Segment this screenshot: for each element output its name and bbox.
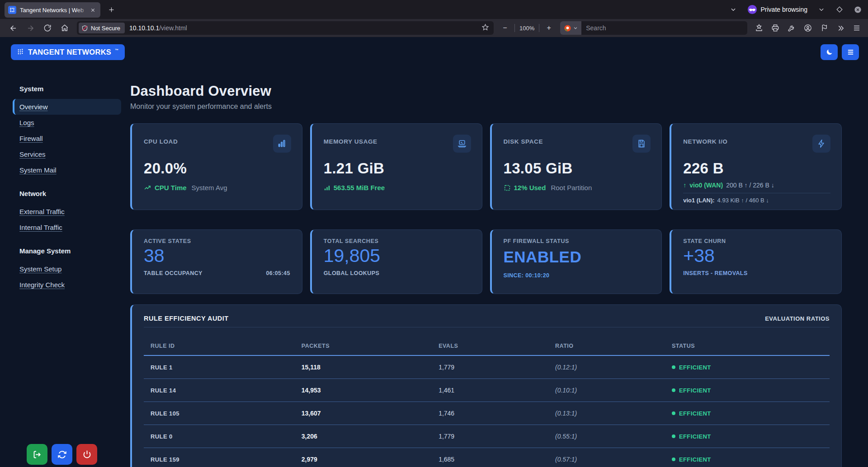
evals-cell: 1,779 — [432, 425, 548, 448]
print-icon[interactable] — [769, 21, 782, 35]
metric-card-footer: INSERTS - REMOVALS — [683, 270, 830, 276]
home-button[interactable] — [57, 21, 72, 35]
logout-button[interactable] — [27, 444, 47, 465]
column-header-packets: PACKETS — [295, 338, 432, 355]
sidebar-item-overview[interactable]: Overview — [13, 99, 121, 115]
sidebar-item-external-traffic[interactable]: External Traffic — [13, 204, 121, 219]
app-menu-icon[interactable] — [850, 21, 863, 35]
divider — [683, 193, 830, 193]
wan-label: vio0 (WAN) — [689, 182, 723, 189]
search-engine-selector[interactable] — [560, 21, 581, 35]
logo-button[interactable]: TANGENT NETWORKS™ — [11, 44, 125, 60]
stat-card-memory-usage: MEMORY USAGE1.21 GiB563.55 MiB Free — [310, 123, 482, 210]
status-label: EFFICIENT — [679, 456, 711, 463]
back-button[interactable] — [5, 21, 21, 35]
metric-card-pf-firewall-status: PF FIREWALL STATUSENABLEDSINCE: 00:10:20 — [490, 229, 662, 294]
account-icon[interactable] — [801, 21, 815, 35]
stat-card-accent-text: 563.55 MiB Free — [334, 184, 385, 191]
tab-list-chevron-icon[interactable] — [729, 5, 737, 14]
sidebar-item-system-setup[interactable]: System Setup — [13, 261, 121, 277]
logo-text: TANGENT NETWORKS — [28, 48, 111, 56]
chevron-down-icon — [573, 26, 578, 30]
stat-card-value: 20.0% — [144, 160, 291, 177]
bar-chart-icon — [273, 135, 291, 153]
metric-foot-left: GLOBAL LOOKUPS — [324, 270, 379, 276]
save-to-library-icon[interactable] — [752, 21, 766, 35]
evals-cell: 1,685 — [432, 448, 548, 467]
stat-card-label: MEMORY USAGE — [324, 138, 377, 145]
status-cell: EFFICIENT — [665, 355, 830, 379]
site-security-chip[interactable]: Not Secure — [79, 23, 125, 33]
sidebar-item-integrity-check[interactable]: Integrity Check — [13, 277, 121, 293]
nav-menu-button[interactable] — [842, 44, 859, 60]
tab-bar: Tangent Networks | Web in Private browsi… — [0, 0, 868, 19]
status-cell: EFFICIENT — [665, 425, 830, 448]
browser-search-bar[interactable] — [560, 21, 747, 35]
metric-card-label: PF FIREWALL STATUS — [504, 238, 650, 244]
column-header-status: STATUS — [665, 338, 830, 355]
tools-wrench-icon[interactable] — [785, 21, 798, 35]
url-path: /view.html — [159, 24, 187, 32]
extensions-icon[interactable] — [817, 21, 831, 35]
new-tab-button[interactable] — [104, 2, 118, 17]
evals-cell: 1,779 — [432, 355, 548, 379]
metric-card-state-churn: STATE CHURN+38INSERTS - REMOVALS — [670, 229, 842, 294]
zoom-level[interactable]: 100% — [519, 25, 534, 32]
packets-cell: 13,607 — [295, 402, 432, 425]
sidebar-item-internal-traffic[interactable]: Internal Traffic — [13, 219, 121, 235]
arrow-up-icon: ↑ — [683, 182, 686, 189]
sidebar-item-system-mail[interactable]: System Mail — [13, 162, 121, 178]
stat-card-disk-space: DISK SPACE13.05 GiB12% UsedRoot Partitio… — [490, 123, 662, 210]
power-icon — [82, 450, 92, 459]
url-bar[interactable]: Not Secure 10.10.10.1/view.html — [77, 21, 494, 35]
window-maximize-button[interactable] — [835, 5, 844, 14]
bolt-icon — [812, 135, 830, 153]
hamburger-icon — [847, 48, 854, 56]
bookmark-star-icon[interactable] — [481, 23, 489, 33]
sidebar-item-logs[interactable]: Logs — [13, 115, 121, 131]
tab-title-fade — [76, 2, 89, 18]
table-header-row: RULE IDPACKETSEVALSRATIOSTATUS — [144, 338, 830, 355]
tab-title: Tangent Networks | Web in — [20, 7, 85, 14]
refresh-button[interactable] — [52, 444, 72, 465]
metric-card-value: +38 — [683, 245, 830, 266]
column-header-rule-id: RULE ID — [144, 338, 295, 355]
sidebar-section: SystemOverviewLogsFirewallServicesSystem… — [13, 85, 121, 178]
logout-icon — [33, 450, 42, 459]
table-row: RULE 03,2061,779(0.55:1)EFFICIENT — [144, 425, 830, 448]
packets-cell: 2,979 — [295, 448, 432, 467]
metric-cards-row: ACTIVE STATES38TABLE OCCUPANCY06:05:45TO… — [130, 229, 842, 294]
evals-cell: 1,461 — [432, 379, 548, 402]
zoom-controls: − 100% + — [500, 22, 554, 34]
rule-id-cell: RULE 159 — [144, 448, 295, 467]
browser-tab[interactable]: Tangent Networks | Web in — [5, 2, 100, 18]
ratio-cell: (0.57:1) — [548, 448, 665, 467]
lan-label: vio1 (LAN): — [683, 197, 714, 204]
reload-button[interactable] — [40, 21, 55, 35]
sidebar-item-firewall[interactable]: Firewall — [13, 131, 121, 146]
table-body: RULE 115,1181,779(0.12:1)EFFICIENTRULE 1… — [144, 355, 830, 467]
overflow-chevrons-icon[interactable] — [834, 21, 847, 35]
zoom-out-button[interactable]: − — [500, 22, 510, 34]
power-button[interactable] — [76, 444, 97, 465]
rule-audit-table: RULE IDPACKETSEVALSRATIOSTATUS RULE 115,… — [144, 338, 830, 467]
zoom-separator — [514, 24, 515, 32]
status-dot-icon — [672, 365, 675, 369]
stat-card-cpu-load: CPU LOAD20.0%CPU TimeSystem Avg — [130, 123, 302, 210]
sidebar-item-services[interactable]: Services — [13, 146, 121, 162]
panel-subtitle: EVALUATION RATIOS — [765, 315, 830, 322]
zoom-in-button[interactable]: + — [544, 22, 554, 34]
window-close-button[interactable] — [854, 5, 862, 14]
stat-card-label: NETWORK I/O — [683, 138, 727, 145]
theme-toggle-button[interactable] — [821, 44, 838, 60]
sidebar-section: NetworkExternal TrafficInternal Traffic — [13, 190, 121, 235]
stat-card-label: CPU LOAD — [144, 138, 178, 145]
metric-card-footer: TABLE OCCUPANCY06:05:45 — [144, 270, 290, 276]
ratio-cell: (0.55:1) — [548, 425, 665, 448]
window-minimize-button[interactable] — [817, 5, 826, 14]
browser-search-input[interactable] — [581, 24, 747, 32]
forward-button[interactable] — [23, 21, 38, 35]
tab-close-icon[interactable] — [89, 6, 97, 14]
wan-values: 200 B ↑ / 226 B ↓ — [726, 182, 774, 189]
status-dot-icon — [672, 411, 675, 415]
